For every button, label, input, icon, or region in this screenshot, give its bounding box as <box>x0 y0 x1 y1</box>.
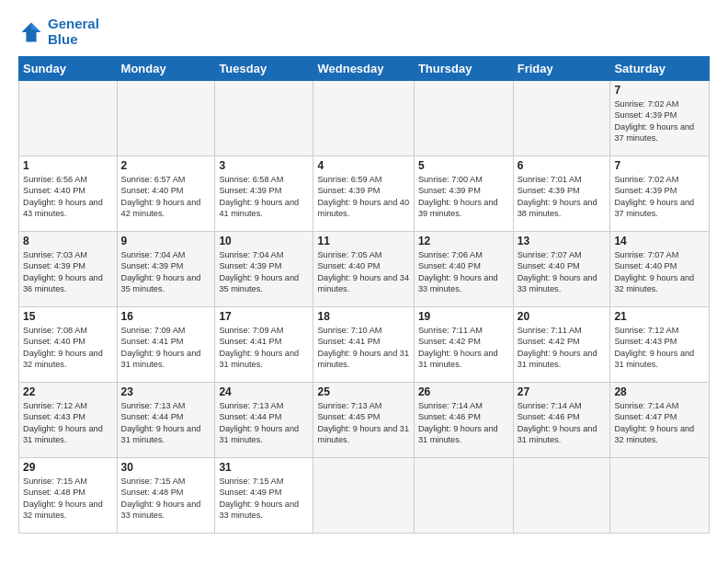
day-number: 14 <box>614 235 705 247</box>
calendar-cell: 7Sunrise: 7:02 AMSunset: 4:39 PMDaylight… <box>610 81 710 156</box>
day-info: Sunrise: 7:09 AMSunset: 4:41 PMDaylight:… <box>121 325 211 371</box>
day-number: 5 <box>418 159 509 172</box>
header-wednesday: Wednesday <box>313 57 414 81</box>
day-info: Sunrise: 7:13 AMSunset: 4:45 PMDaylight:… <box>317 400 409 446</box>
day-number: 26 <box>418 385 509 398</box>
calendar-cell: 15Sunrise: 7:08 AMSunset: 4:40 PMDayligh… <box>19 307 118 383</box>
header-sunday: Sunday <box>19 57 118 81</box>
day-info: Sunrise: 7:15 AMSunset: 4:49 PMDaylight:… <box>219 476 309 522</box>
day-info: Sunrise: 7:03 AMSunset: 4:39 PMDaylight:… <box>23 249 113 295</box>
day-number: 9 <box>121 235 211 247</box>
day-number: 31 <box>219 461 309 474</box>
calendar-cell: 17Sunrise: 7:09 AMSunset: 4:41 PMDayligh… <box>215 307 313 383</box>
calendar-cell: 5Sunrise: 7:00 AMSunset: 4:39 PMDaylight… <box>414 156 513 232</box>
day-info: Sunrise: 7:14 AMSunset: 4:46 PMDaylight:… <box>418 400 509 446</box>
calendar-cell: 27Sunrise: 7:14 AMSunset: 4:46 PMDayligh… <box>513 383 610 458</box>
calendar-cell: 2Sunrise: 6:57 AMSunset: 4:40 PMDaylight… <box>117 156 215 232</box>
header-monday: Monday <box>117 57 215 81</box>
calendar-cell: 31Sunrise: 7:15 AMSunset: 4:49 PMDayligh… <box>215 458 313 534</box>
header-tuesday: Tuesday <box>215 57 313 81</box>
day-number: 19 <box>418 310 509 323</box>
calendar-cell: 14Sunrise: 7:07 AMSunset: 4:40 PMDayligh… <box>610 232 710 307</box>
calendar-cell: 28Sunrise: 7:14 AMSunset: 4:47 PMDayligh… <box>610 383 710 458</box>
day-info: Sunrise: 7:07 AMSunset: 4:40 PMDaylight:… <box>518 249 607 295</box>
day-info: Sunrise: 7:10 AMSunset: 4:41 PMDaylight:… <box>317 325 409 371</box>
day-number: 7 <box>614 84 705 97</box>
calendar-cell: 19Sunrise: 7:11 AMSunset: 4:42 PMDayligh… <box>414 307 513 383</box>
calendar-cell: 8Sunrise: 7:03 AMSunset: 4:39 PMDaylight… <box>19 232 118 307</box>
day-info: Sunrise: 7:07 AMSunset: 4:40 PMDaylight:… <box>614 249 705 295</box>
header-friday: Friday <box>513 57 610 81</box>
day-info: Sunrise: 7:04 AMSunset: 4:39 PMDaylight:… <box>121 249 211 295</box>
page-header: General Blue <box>18 17 710 47</box>
calendar-week-2: 1Sunrise: 6:56 AMSunset: 4:40 PMDaylight… <box>19 156 710 232</box>
day-number: 17 <box>219 310 309 323</box>
day-number: 27 <box>518 385 607 398</box>
day-info: Sunrise: 7:05 AMSunset: 4:40 PMDaylight:… <box>317 249 409 295</box>
calendar-week-3: 8Sunrise: 7:03 AMSunset: 4:39 PMDaylight… <box>19 232 710 307</box>
day-info: Sunrise: 7:02 AMSunset: 4:39 PMDaylight:… <box>614 98 705 144</box>
day-number: 23 <box>121 385 211 398</box>
calendar-week-4: 15Sunrise: 7:08 AMSunset: 4:40 PMDayligh… <box>19 307 710 383</box>
day-info: Sunrise: 7:00 AMSunset: 4:39 PMDaylight:… <box>418 174 509 220</box>
header-saturday: Saturday <box>610 57 710 81</box>
day-number: 7 <box>614 159 705 172</box>
calendar-cell: 24Sunrise: 7:13 AMSunset: 4:44 PMDayligh… <box>215 383 313 458</box>
calendar-cell <box>414 458 513 534</box>
day-number: 8 <box>23 235 113 247</box>
day-info: Sunrise: 7:06 AMSunset: 4:40 PMDaylight:… <box>418 249 509 295</box>
calendar-cell: 13Sunrise: 7:07 AMSunset: 4:40 PMDayligh… <box>513 232 610 307</box>
calendar-cell: 16Sunrise: 7:09 AMSunset: 4:41 PMDayligh… <box>117 307 215 383</box>
calendar-cell: 12Sunrise: 7:06 AMSunset: 4:40 PMDayligh… <box>414 232 513 307</box>
calendar-cell <box>513 81 610 156</box>
calendar-cell: 4Sunrise: 6:59 AMSunset: 4:39 PMDaylight… <box>313 156 414 232</box>
day-info: Sunrise: 7:11 AMSunset: 4:42 PMDaylight:… <box>518 325 607 371</box>
logo-icon <box>18 19 44 45</box>
day-info: Sunrise: 7:01 AMSunset: 4:39 PMDaylight:… <box>518 174 607 220</box>
day-number: 3 <box>219 159 309 172</box>
calendar-cell <box>313 458 414 534</box>
calendar-cell <box>513 458 610 534</box>
day-number: 28 <box>614 385 705 398</box>
day-number: 11 <box>317 235 409 247</box>
day-info: Sunrise: 6:58 AMSunset: 4:39 PMDaylight:… <box>219 174 309 220</box>
calendar-cell: 30Sunrise: 7:15 AMSunset: 4:48 PMDayligh… <box>117 458 215 534</box>
logo: General Blue <box>18 17 99 47</box>
calendar-cell <box>117 81 215 156</box>
day-info: Sunrise: 7:04 AMSunset: 4:39 PMDaylight:… <box>219 249 309 295</box>
calendar-cell: 10Sunrise: 7:04 AMSunset: 4:39 PMDayligh… <box>215 232 313 307</box>
day-number: 24 <box>219 385 309 398</box>
calendar-cell <box>610 458 710 534</box>
day-number: 30 <box>121 461 211 474</box>
day-number: 1 <box>23 159 113 172</box>
day-info: Sunrise: 7:09 AMSunset: 4:41 PMDaylight:… <box>219 325 309 371</box>
calendar-table: SundayMondayTuesdayWednesdayThursdayFrid… <box>18 56 710 534</box>
calendar-week-5: 22Sunrise: 7:12 AMSunset: 4:43 PMDayligh… <box>19 383 710 458</box>
calendar-cell: 18Sunrise: 7:10 AMSunset: 4:41 PMDayligh… <box>313 307 414 383</box>
day-number: 20 <box>518 310 607 323</box>
calendar-cell <box>313 81 414 156</box>
calendar-cell: 21Sunrise: 7:12 AMSunset: 4:43 PMDayligh… <box>610 307 710 383</box>
day-info: Sunrise: 7:15 AMSunset: 4:48 PMDaylight:… <box>121 476 211 522</box>
calendar-cell <box>215 81 313 156</box>
day-info: Sunrise: 7:13 AMSunset: 4:44 PMDaylight:… <box>219 400 309 446</box>
day-number: 22 <box>23 385 113 398</box>
calendar-cell: 23Sunrise: 7:13 AMSunset: 4:44 PMDayligh… <box>117 383 215 458</box>
calendar-week-1: 7Sunrise: 7:02 AMSunset: 4:39 PMDaylight… <box>19 81 710 156</box>
day-number: 12 <box>418 235 509 247</box>
day-number: 2 <box>121 159 211 172</box>
day-number: 21 <box>614 310 705 323</box>
calendar-cell <box>19 81 118 156</box>
day-number: 6 <box>518 159 607 172</box>
calendar-cell: 9Sunrise: 7:04 AMSunset: 4:39 PMDaylight… <box>117 232 215 307</box>
calendar-cell: 7Sunrise: 7:02 AMSunset: 4:39 PMDaylight… <box>610 156 710 232</box>
day-info: Sunrise: 7:15 AMSunset: 4:48 PMDaylight:… <box>23 476 113 522</box>
day-number: 16 <box>121 310 211 323</box>
day-number: 4 <box>317 159 409 172</box>
calendar-cell: 1Sunrise: 6:56 AMSunset: 4:40 PMDaylight… <box>19 156 118 232</box>
day-number: 29 <box>23 461 113 474</box>
calendar-cell: 20Sunrise: 7:11 AMSunset: 4:42 PMDayligh… <box>513 307 610 383</box>
calendar-cell: 26Sunrise: 7:14 AMSunset: 4:46 PMDayligh… <box>414 383 513 458</box>
day-number: 10 <box>219 235 309 247</box>
calendar-cell: 25Sunrise: 7:13 AMSunset: 4:45 PMDayligh… <box>313 383 414 458</box>
